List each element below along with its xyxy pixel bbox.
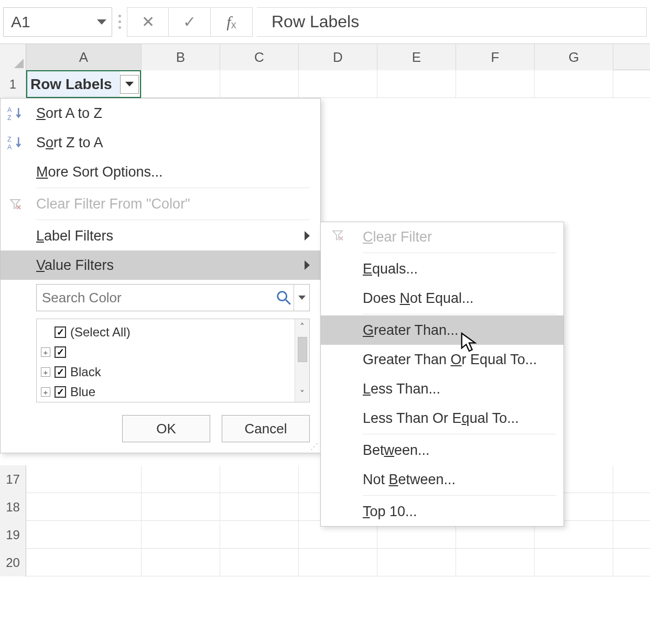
cell-a19[interactable] bbox=[26, 521, 142, 549]
does-not-equal-item[interactable]: Does Not Equal... bbox=[321, 283, 564, 313]
column-header-e[interactable]: E bbox=[377, 44, 456, 70]
cell-c19[interactable] bbox=[220, 521, 299, 549]
column-header-g[interactable]: G bbox=[535, 44, 613, 70]
cell-b1[interactable] bbox=[142, 70, 220, 98]
cell-a20[interactable] bbox=[26, 549, 142, 576]
list-item[interactable]: + Black bbox=[41, 362, 305, 382]
expand-icon[interactable]: + bbox=[41, 367, 50, 377]
greater-than-or-equal-item[interactable]: Greater Than Or Equal To... bbox=[321, 345, 564, 374]
not-between-item[interactable]: Not Between... bbox=[321, 465, 564, 494]
cell-g20[interactable] bbox=[535, 549, 613, 576]
row-header-1[interactable]: 1 bbox=[0, 70, 26, 98]
greater-than-item[interactable]: Greater Than... bbox=[321, 315, 564, 345]
value-filters-item[interactable]: Value Filters bbox=[1, 250, 320, 280]
scroll-thumb[interactable] bbox=[298, 337, 307, 362]
filter-list-scrollbar[interactable]: ˄ ˅ bbox=[295, 319, 309, 402]
pivot-filter-dropdown-button[interactable] bbox=[120, 75, 139, 94]
more-sort-options-item[interactable]: More Sort Options... bbox=[1, 157, 320, 187]
cell-e1[interactable] bbox=[377, 70, 456, 98]
label-filters-item[interactable]: Label Filters bbox=[1, 221, 320, 250]
cell-c18[interactable] bbox=[220, 493, 299, 521]
cell-b19[interactable] bbox=[142, 521, 220, 549]
clear-filter-from-item: Clear Filter From "Color" bbox=[1, 189, 320, 219]
cell-c20[interactable] bbox=[220, 549, 299, 576]
row-header-19[interactable]: 19 bbox=[0, 521, 26, 549]
cell-f1[interactable] bbox=[456, 70, 535, 98]
column-header-c[interactable]: C bbox=[220, 44, 299, 70]
sort-az-item[interactable]: AZ Sort A to Z bbox=[1, 99, 320, 128]
filter-search-box[interactable] bbox=[36, 284, 310, 311]
list-item[interactable]: + bbox=[41, 342, 305, 362]
cell-d1[interactable] bbox=[299, 70, 377, 98]
sort-za-icon: ZA bbox=[6, 133, 25, 152]
list-item-label: Blue bbox=[70, 385, 95, 399]
insert-function-button[interactable]: fx bbox=[211, 7, 253, 37]
cell-d20[interactable] bbox=[299, 549, 377, 576]
cell-b20[interactable] bbox=[142, 549, 220, 576]
filter-search-row bbox=[1, 280, 320, 315]
column-header-d[interactable]: D bbox=[299, 44, 377, 70]
cell-c17[interactable] bbox=[220, 465, 299, 493]
accept-formula-button[interactable]: ✓ bbox=[169, 7, 211, 37]
row-header-20[interactable]: 20 bbox=[0, 549, 26, 576]
column-header-a[interactable]: A bbox=[26, 44, 142, 70]
cell-a18[interactable] bbox=[26, 493, 142, 521]
cancel-formula-button[interactable]: ✕ bbox=[127, 7, 169, 37]
equals-item[interactable]: Equals... bbox=[321, 254, 564, 283]
less-than-item[interactable]: Less Than... bbox=[321, 374, 564, 403]
cell-f20[interactable] bbox=[456, 549, 535, 576]
list-item-label: (Select All) bbox=[70, 325, 131, 340]
list-item[interactable]: (Select All) bbox=[41, 322, 305, 342]
name-box-dropdown-icon[interactable] bbox=[97, 19, 106, 25]
svg-line-7 bbox=[286, 300, 290, 304]
row-20: 20 bbox=[0, 549, 650, 576]
less-than-or-equal-item[interactable]: Less Than Or Equal To... bbox=[321, 403, 564, 433]
checkbox[interactable] bbox=[55, 346, 66, 358]
between-item[interactable]: Between... bbox=[321, 435, 564, 465]
ok-button[interactable]: OK bbox=[122, 415, 210, 442]
checkbox[interactable] bbox=[55, 386, 66, 398]
filter-menu-buttons: OK Cancel bbox=[1, 407, 320, 453]
list-item[interactable]: + Blue bbox=[41, 382, 305, 402]
clear-filter-icon bbox=[331, 229, 344, 245]
cell-c1[interactable] bbox=[220, 70, 299, 98]
name-box[interactable]: A1 bbox=[3, 7, 112, 37]
expand-icon[interactable]: + bbox=[41, 347, 50, 357]
expand-icon[interactable]: + bbox=[41, 387, 50, 397]
pivot-filter-menu: AZ Sort A to Z ZA Sort Z to A More Sort … bbox=[0, 98, 321, 453]
svg-text:A: A bbox=[7, 106, 12, 114]
select-all-corner[interactable] bbox=[0, 44, 26, 70]
filter-values-list: (Select All) + + Black + Blue bbox=[36, 319, 310, 402]
formula-bar-grip bbox=[116, 15, 123, 29]
column-header-b[interactable]: B bbox=[142, 44, 220, 70]
checkbox[interactable] bbox=[55, 366, 66, 378]
resize-grip-icon[interactable]: ⋰ bbox=[310, 442, 319, 451]
cell-b18[interactable] bbox=[142, 493, 220, 521]
formula-text[interactable]: Row Labels bbox=[257, 7, 647, 37]
value-filters-submenu: Clear Filter Equals... Does Not Equal...… bbox=[320, 222, 564, 527]
checkbox-select-all[interactable] bbox=[55, 326, 66, 338]
row-header-17[interactable]: 17 bbox=[0, 465, 26, 493]
search-dropdown-button[interactable] bbox=[294, 284, 309, 311]
scroll-up-icon[interactable]: ˄ bbox=[300, 319, 305, 335]
cell-b17[interactable] bbox=[142, 465, 220, 493]
formula-text-value: Row Labels bbox=[272, 12, 359, 31]
clear-filter-sub-item: Clear Filter bbox=[321, 222, 564, 252]
scroll-down-icon[interactable]: ˅ bbox=[300, 386, 305, 402]
cell-g1[interactable] bbox=[535, 70, 613, 98]
row-header-18[interactable]: 18 bbox=[0, 493, 26, 521]
svg-point-6 bbox=[278, 292, 287, 301]
search-input[interactable] bbox=[37, 290, 275, 306]
sort-az-icon: AZ bbox=[6, 104, 25, 123]
cell-e20[interactable] bbox=[377, 549, 456, 576]
cell-a1[interactable]: Row Labels bbox=[26, 70, 142, 98]
column-headers: A B C D E F G bbox=[0, 44, 650, 70]
sort-za-item[interactable]: ZA Sort Z to A bbox=[1, 128, 320, 157]
column-header-f[interactable]: F bbox=[456, 44, 535, 70]
formula-bar-buttons: ✕ ✓ fx bbox=[127, 7, 253, 37]
cancel-button[interactable]: Cancel bbox=[222, 415, 310, 442]
top-10-item[interactable]: Top 10... bbox=[321, 497, 564, 526]
clear-filter-icon bbox=[6, 194, 25, 213]
row-1: 1 Row Labels bbox=[0, 70, 650, 98]
cell-a17[interactable] bbox=[26, 465, 142, 493]
